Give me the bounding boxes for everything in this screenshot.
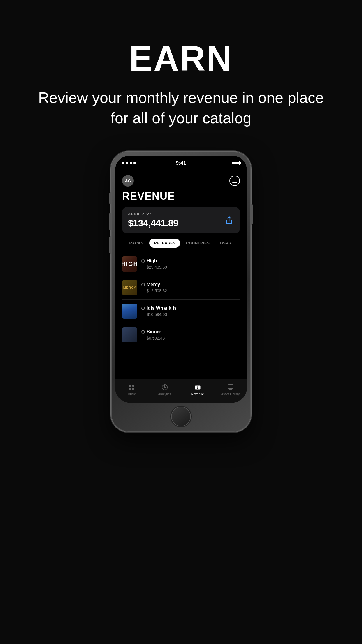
status-bar: 9:41 — [115, 156, 247, 170]
release-item-high[interactable]: HIGH High $25,435.59 — [122, 252, 240, 276]
bottom-nav: Music Analytics — [115, 379, 247, 402]
release-dot-itwhat — [141, 307, 145, 310]
phone-screen: 9:41 AG REVENUE — [115, 156, 247, 402]
volume-down-button — [109, 236, 111, 254]
avatar[interactable]: AG — [122, 175, 134, 187]
release-item-mercy[interactable]: MERCY Mercy $12,508.32 — [122, 276, 240, 300]
page-title: REVENUE — [115, 190, 247, 207]
status-time: 9:41 — [176, 160, 186, 166]
nav-item-asset-library[interactable]: Asset Library — [214, 384, 247, 396]
release-info-mercy: Mercy $12,508.32 — [141, 282, 167, 293]
svg-text:$: $ — [197, 386, 198, 389]
tab-tracks[interactable]: TRACKS — [122, 239, 148, 248]
release-info-sinner: Sinner $0,502.43 — [141, 329, 165, 340]
release-amount-sinner: $0,502.43 — [147, 336, 165, 340]
release-dot-mercy — [141, 283, 145, 286]
release-item-sinner[interactable]: Sinner $0,502.43 — [122, 323, 240, 347]
nav-label-asset-library: Asset Library — [221, 392, 240, 396]
phone-mockup: 9:41 AG REVENUE — [111, 152, 251, 432]
asset-library-icon — [227, 384, 234, 391]
battery-indicator — [231, 161, 240, 165]
release-thumb-sinner — [122, 327, 137, 342]
release-amount-high: $25,435.59 — [147, 265, 167, 270]
revenue-month: APRIL 2022 — [128, 212, 178, 216]
app-header: AG — [115, 170, 247, 190]
revenue-icon: $ — [194, 384, 201, 391]
mute-button — [109, 192, 111, 204]
signal-dot-4 — [133, 162, 136, 164]
release-name-sinner: Sinner — [147, 329, 161, 335]
nav-label-analytics: Analytics — [158, 392, 171, 396]
volume-up-button — [109, 213, 111, 230]
signal-dot-2 — [126, 162, 128, 164]
release-amount-mercy: $12,508.32 — [147, 288, 167, 293]
analytics-icon — [161, 384, 168, 391]
release-thumb-high: HIGH — [122, 256, 137, 272]
menu-line-1 — [232, 179, 237, 179]
release-name-mercy: Mercy — [147, 282, 160, 287]
nav-label-revenue: Revenue — [191, 392, 204, 396]
phone-frame: 9:41 AG REVENUE — [111, 152, 251, 432]
hero-title: EARN — [0, 41, 362, 76]
svg-rect-4 — [132, 388, 134, 390]
release-name-row-sinner: Sinner — [141, 329, 165, 335]
power-button — [251, 204, 253, 225]
release-thumb-itwhat — [122, 304, 137, 319]
release-thumb-mercy: MERCY — [122, 280, 137, 295]
release-list: HIGH High $25,435.59 — [115, 252, 247, 347]
revenue-card: APRIL 2022 $134,441.89 — [122, 207, 240, 233]
release-item-itwhat[interactable]: It Is What It Is $10,594.03 — [122, 300, 240, 323]
svg-rect-2 — [132, 385, 134, 387]
release-name-row-mercy: Mercy — [141, 282, 167, 287]
signal-dot-1 — [122, 162, 124, 164]
hero-section: EARN Review your monthly revenue in one … — [0, 0, 362, 146]
signal-bars — [122, 162, 136, 164]
svg-rect-3 — [129, 388, 131, 390]
release-name-itwhat: It Is What It Is — [147, 306, 177, 311]
release-info-itwhat: It Is What It Is $10,594.03 — [141, 306, 177, 317]
release-info-high: High $25,435.59 — [141, 258, 167, 270]
revenue-amount: $134,441.89 — [128, 218, 178, 229]
tab-countries[interactable]: COUNTRIES — [181, 239, 214, 248]
nav-item-revenue[interactable]: $ Revenue — [181, 384, 214, 396]
hero-subtitle: Review your monthly revenue in one place… — [0, 88, 362, 128]
menu-icon[interactable] — [229, 176, 240, 186]
release-dot-sinner — [141, 330, 145, 334]
home-button[interactable] — [171, 407, 191, 426]
tabs-container: TRACKS RELEASES COUNTRIES DSPS — [122, 239, 240, 248]
music-icon — [128, 384, 136, 391]
menu-line-3 — [232, 182, 237, 183]
tab-releases[interactable]: RELEASES — [149, 239, 180, 248]
menu-line-2 — [233, 181, 236, 181]
share-icon[interactable] — [224, 215, 234, 225]
nav-item-analytics[interactable]: Analytics — [148, 384, 181, 396]
battery-fill — [232, 162, 239, 164]
svg-rect-10 — [228, 385, 233, 388]
release-amount-itwhat: $10,594.03 — [147, 312, 177, 317]
revenue-card-left: APRIL 2022 $134,441.89 — [128, 212, 178, 229]
release-name-row-high: High — [141, 258, 167, 264]
release-dot-high — [141, 259, 145, 263]
svg-rect-1 — [129, 385, 131, 387]
nav-label-music: Music — [127, 392, 136, 396]
app-content: AG REVENUE APRIL 2022 $134,441.89 — [115, 170, 247, 379]
nav-item-music[interactable]: Music — [115, 384, 148, 396]
release-name-high: High — [147, 258, 157, 264]
signal-dot-3 — [130, 162, 132, 164]
tab-dsps[interactable]: DSPS — [215, 239, 236, 248]
release-name-row-itwhat: It Is What It Is — [141, 306, 177, 311]
